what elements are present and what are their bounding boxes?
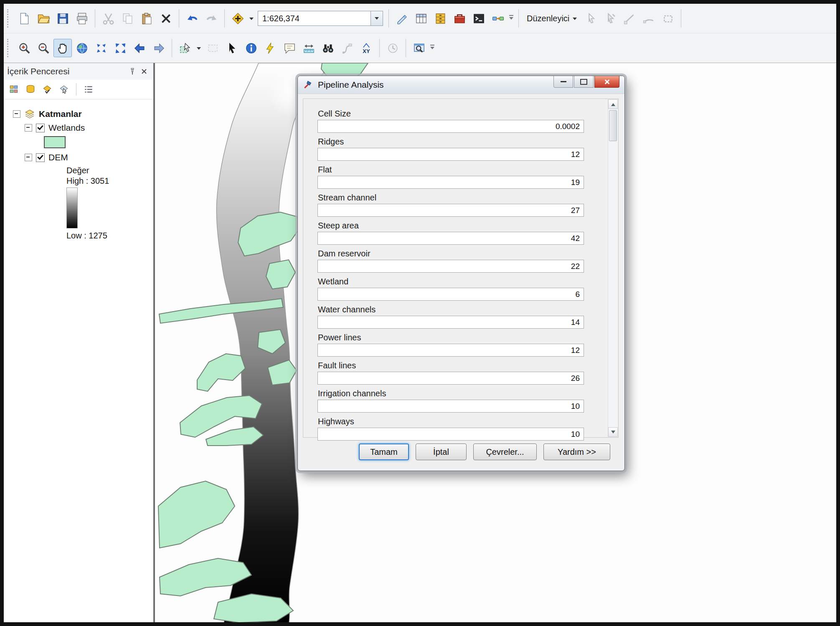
minimize-button[interactable] — [553, 76, 573, 88]
scroll-down-icon[interactable] — [608, 427, 618, 437]
select-elements-icon[interactable] — [223, 39, 241, 57]
list-by-selection-icon[interactable] — [56, 82, 71, 97]
power-lines-input[interactable] — [317, 344, 584, 357]
field-water-channels: Water channels — [317, 305, 584, 329]
modelbuilder-icon[interactable] — [489, 9, 507, 28]
field-label: Dam reservoir — [318, 249, 584, 259]
fault-lines-input[interactable] — [317, 372, 584, 385]
list-by-drawing-order-icon[interactable] — [6, 82, 21, 97]
measure-icon[interactable] — [299, 39, 318, 57]
layer-row-dem[interactable]: DEM — [4, 152, 153, 162]
open-folder-icon[interactable] — [34, 9, 53, 28]
full-extent-icon[interactable] — [73, 39, 91, 57]
help-button[interactable]: Yardım >> — [543, 444, 610, 460]
arc-segment-icon[interactable] — [640, 9, 658, 28]
editor-toolbar-toggle-icon[interactable] — [393, 9, 411, 28]
cell-size-input[interactable] — [317, 120, 584, 133]
print-icon[interactable] — [73, 9, 91, 28]
dem-legend-value-label: Değer — [66, 166, 153, 175]
field-steep-area: Steep area — [317, 221, 584, 245]
scroll-up-icon[interactable] — [608, 99, 618, 109]
dialog-scrollbar[interactable] — [608, 99, 618, 437]
highways-input[interactable] — [317, 428, 584, 441]
go-back-extent-icon[interactable] — [130, 39, 149, 57]
catalog-icon[interactable] — [431, 9, 449, 28]
dam-reservoir-input[interactable] — [317, 260, 584, 273]
undo-icon[interactable] — [183, 9, 201, 28]
scale-dropdown-icon[interactable] — [371, 11, 383, 25]
edit-annotation-icon[interactable] — [601, 9, 619, 28]
scale-combo[interactable]: 1:626,374 — [258, 11, 383, 26]
toolbar-overflow-icon[interactable] — [429, 39, 436, 57]
redo-icon[interactable] — [202, 9, 221, 28]
fixed-zoom-in-icon[interactable] — [92, 39, 110, 57]
time-slider-icon[interactable] — [383, 39, 402, 57]
maximize-button[interactable] — [574, 76, 594, 88]
html-popup-icon[interactable] — [280, 39, 299, 57]
table-of-contents-icon[interactable] — [412, 9, 430, 28]
select-features-dropdown[interactable] — [195, 39, 203, 57]
zoom-out-icon[interactable] — [34, 39, 53, 57]
cancel-button[interactable]: İptal — [416, 444, 467, 460]
cut-icon[interactable] — [99, 9, 117, 28]
collapse-icon[interactable] — [13, 110, 20, 118]
scrollbar-thumb[interactable] — [609, 110, 617, 141]
fixed-zoom-out-icon[interactable] — [111, 39, 129, 57]
identify-icon[interactable] — [242, 39, 260, 57]
delete-icon[interactable] — [157, 9, 175, 28]
new-document-icon[interactable] — [15, 9, 33, 28]
close-panel-icon[interactable] — [138, 66, 150, 77]
separator — [379, 39, 380, 57]
collapse-icon[interactable] — [25, 154, 32, 161]
edit-tool-icon[interactable] — [582, 9, 600, 28]
toolbox-icon[interactable] — [450, 9, 469, 28]
layer-label-dem[interactable]: DEM — [48, 152, 68, 162]
toolbar-grip[interactable] — [7, 9, 12, 28]
copy-icon[interactable] — [118, 9, 137, 28]
environments-button[interactable]: Çevreler... — [473, 444, 537, 460]
hyperlink-icon[interactable] — [261, 39, 279, 57]
zoom-in-icon[interactable] — [15, 39, 33, 57]
python-window-icon[interactable] — [469, 9, 488, 28]
wetlands-checkbox[interactable] — [36, 124, 45, 132]
save-icon[interactable] — [53, 9, 72, 28]
pin-icon[interactable] — [127, 66, 138, 77]
editor-menu[interactable]: Düzenleyici — [523, 9, 581, 28]
options-list-icon[interactable] — [81, 82, 96, 97]
scale-value[interactable]: 1:626,374 — [258, 11, 371, 25]
list-by-visibility-icon[interactable] — [40, 82, 55, 97]
ok-button[interactable]: Tamam — [359, 444, 409, 460]
find-icon[interactable] — [319, 39, 337, 57]
viewer-window-icon[interactable] — [410, 39, 428, 57]
pan-icon[interactable] — [53, 39, 72, 57]
toolbar-grip[interactable] — [7, 39, 12, 57]
stream-channel-input[interactable] — [317, 204, 584, 217]
clear-selection-icon[interactable] — [203, 39, 222, 57]
go-forward-extent-icon[interactable] — [150, 39, 168, 57]
select-features-icon[interactable] — [176, 39, 194, 57]
add-data-dropdown[interactable] — [248, 9, 255, 28]
water-channels-input[interactable] — [317, 316, 584, 329]
dem-checkbox[interactable] — [36, 153, 45, 162]
flat-input[interactable] — [317, 176, 584, 189]
toolbar-overflow-icon[interactable] — [508, 9, 515, 28]
separator — [224, 9, 225, 28]
trace-tool-icon[interactable] — [659, 9, 677, 28]
go-to-xy-icon[interactable]: XY — [357, 39, 376, 57]
straight-segment-icon[interactable] — [620, 9, 639, 28]
close-button[interactable] — [594, 76, 619, 88]
ridges-input[interactable] — [317, 148, 584, 161]
layers-root-row[interactable]: Katmanlar — [4, 109, 153, 119]
field-label: Water channels — [318, 305, 584, 314]
steep-area-input[interactable] — [317, 232, 584, 245]
layers-root-label[interactable]: Katmanlar — [39, 109, 82, 119]
find-route-icon[interactable] — [338, 39, 356, 57]
list-by-source-icon[interactable] — [23, 82, 38, 97]
layer-label-wetlands[interactable]: Wetlands — [48, 123, 85, 133]
irrigation-channels-input[interactable] — [317, 400, 584, 413]
layer-row-wetlands[interactable]: Wetlands — [4, 123, 153, 133]
collapse-icon[interactable] — [25, 124, 32, 132]
paste-icon[interactable] — [137, 9, 156, 28]
wetland-input[interactable] — [317, 288, 584, 301]
add-data-icon[interactable] — [228, 9, 247, 28]
